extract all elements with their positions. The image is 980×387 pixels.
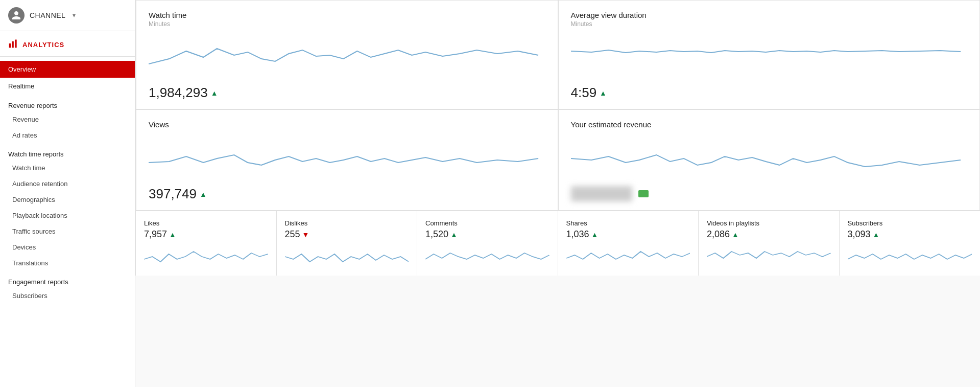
dislikes-trend-icon: ▼ <box>302 231 309 239</box>
playlists-trend-icon: ▲ <box>732 231 739 239</box>
stat-shares-value: 1,036 ▲ <box>566 229 690 240</box>
views-chart <box>149 137 545 178</box>
channel-header[interactable]: CHANNEL ▾ <box>0 0 135 31</box>
stat-subscribers-value: 3,093 ▲ <box>848 229 972 240</box>
sidebar-item-watch-time[interactable]: Watch time <box>0 160 135 176</box>
avg-view-duration-trend-icon: ▲ <box>600 89 607 97</box>
bar-chart-icon <box>8 38 18 51</box>
sidebar-section-revenue-reports: Revenue reports <box>0 95 135 111</box>
views-value: 397,749 ▲ <box>149 186 545 202</box>
stats-row: Likes 7,957 ▲ Dislikes 255 ▼ <box>136 211 980 276</box>
sidebar-item-demographics[interactable]: Demographics <box>0 192 135 208</box>
sidebar-item-ad-rates[interactable]: Ad rates <box>0 127 135 143</box>
stat-shares: Shares 1,036 ▲ <box>558 211 699 276</box>
stat-comments: Comments 1,520 ▲ <box>417 211 558 276</box>
svg-rect-1 <box>12 41 14 48</box>
svg-rect-2 <box>15 40 16 48</box>
stat-dislikes-value: 255 ▼ <box>285 229 409 240</box>
views-card: Views 397,749 ▲ <box>136 109 558 211</box>
stat-videos-in-playlists-value: 2,086 ▲ <box>707 229 831 240</box>
sidebar-item-realtime[interactable]: Realtime <box>0 78 135 95</box>
stat-videos-in-playlists: Videos in playlists 2,086 ▲ <box>699 211 840 276</box>
stat-likes-value: 7,957 ▲ <box>144 229 268 240</box>
sidebar-item-overview[interactable]: Overview <box>0 61 135 78</box>
avg-view-duration-subtitle: Minutes <box>571 20 968 28</box>
estimated-revenue-chart <box>571 137 968 178</box>
stat-videos-in-playlists-title: Videos in playlists <box>707 219 831 227</box>
sidebar-item-translations[interactable]: Translations <box>0 255 135 271</box>
avg-view-duration-value: 4:59 ▲ <box>571 85 968 101</box>
views-trend-icon: ▲ <box>200 190 207 198</box>
watch-time-card: Watch time Minutes 1,984,293 ▲ <box>136 0 558 109</box>
dislikes-chart <box>285 244 409 269</box>
watch-time-chart <box>149 36 545 77</box>
sidebar-navigation: Overview Realtime Revenue reports Revenu… <box>0 57 135 308</box>
sidebar-item-revenue[interactable]: Revenue <box>0 111 135 127</box>
avg-view-duration-card: Average view duration Minutes 4:59 ▲ <box>558 0 981 109</box>
sidebar-item-playback-locations[interactable]: Playback locations <box>0 208 135 223</box>
avg-view-duration-chart <box>571 36 968 77</box>
subscribers-trend-icon: ▲ <box>873 231 880 239</box>
stat-subscribers-title: Subscribers <box>848 219 972 227</box>
comments-trend-icon: ▲ <box>450 231 458 239</box>
stat-subscribers: Subscribers 3,093 ▲ <box>840 211 981 276</box>
playlists-chart <box>707 244 831 269</box>
estimated-revenue-title: Your estimated revenue <box>571 120 968 129</box>
channel-label: CHANNEL <box>30 11 65 19</box>
stat-shares-title: Shares <box>566 219 690 227</box>
watch-time-value: 1,984,293 ▲ <box>149 85 545 101</box>
avatar-icon <box>8 7 25 24</box>
revenue-trend-badge <box>638 190 649 197</box>
subscribers-chart <box>848 244 972 269</box>
sidebar-section-engagement-reports: Engagement reports <box>0 271 135 288</box>
sidebar-item-audience-retention[interactable]: Audience retention <box>0 176 135 192</box>
watch-time-subtitle: Minutes <box>149 20 545 28</box>
avg-view-duration-title: Average view duration <box>571 11 968 19</box>
sidebar-item-subscribers[interactable]: Subscribers <box>0 288 135 304</box>
likes-chart <box>144 244 268 269</box>
watch-time-trend-icon: ▲ <box>211 89 218 97</box>
shares-chart <box>566 244 690 269</box>
sidebar-item-traffic-sources[interactable]: Traffic sources <box>0 223 135 239</box>
stat-dislikes-title: Dislikes <box>285 219 409 227</box>
sidebar: CHANNEL ▾ ANALYTICS Overview Realtime Re… <box>0 0 135 387</box>
sidebar-item-devices[interactable]: Devices <box>0 239 135 255</box>
analytics-header: ANALYTICS <box>0 31 135 57</box>
sidebar-section-watch-time-reports: Watch time reports <box>0 143 135 160</box>
watch-time-title: Watch time <box>149 11 545 19</box>
comments-chart <box>425 244 549 269</box>
stat-comments-value: 1,520 ▲ <box>425 229 549 240</box>
chevron-down-icon: ▾ <box>73 12 76 19</box>
dashboard-grid: Watch time Minutes 1,984,293 ▲ Average v… <box>135 0 980 276</box>
revenue-blurred-value: $$$$$ <box>571 186 632 201</box>
estimated-revenue-card: Your estimated revenue $$$$$ <box>558 109 981 211</box>
stat-likes-title: Likes <box>144 219 268 227</box>
stat-likes: Likes 7,957 ▲ <box>136 211 277 276</box>
analytics-title: ANALYTICS <box>22 41 64 49</box>
stat-dislikes: Dislikes 255 ▼ <box>277 211 418 276</box>
likes-trend-icon: ▲ <box>169 231 176 239</box>
estimated-revenue-value: $$$$$ <box>571 186 968 201</box>
svg-rect-0 <box>9 43 11 48</box>
stat-comments-title: Comments <box>425 219 549 227</box>
main-content: Watch time Minutes 1,984,293 ▲ Average v… <box>135 0 980 387</box>
views-title: Views <box>149 120 545 129</box>
shares-trend-icon: ▲ <box>591 231 599 239</box>
